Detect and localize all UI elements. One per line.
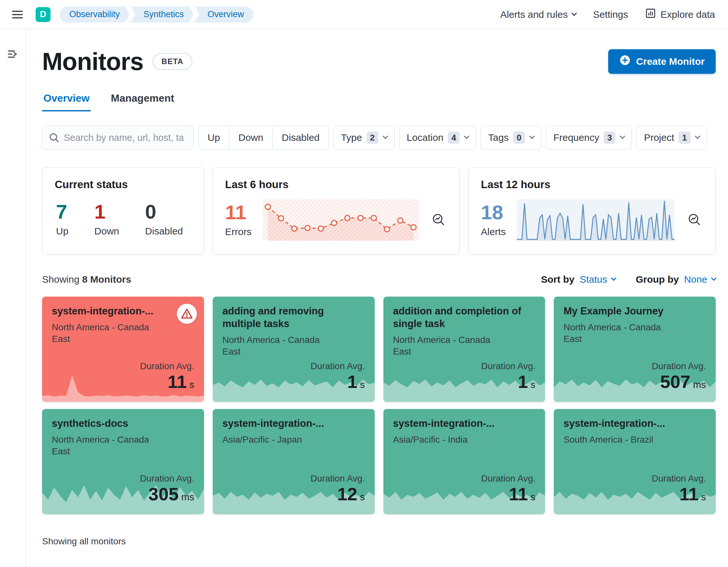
expand-sidebar-icon[interactable] — [7, 48, 19, 61]
tab-management[interactable]: Management — [109, 92, 176, 111]
menu-icon[interactable] — [10, 7, 25, 22]
duration-avg-label: Duration Avg. — [652, 361, 706, 371]
status-disabled-stat: 0 Disabled — [145, 202, 183, 237]
monitor-card[interactable]: system-integration-... Asia/Pacific - In… — [383, 409, 545, 514]
errors-label: Errors — [225, 226, 252, 237]
monitor-location: South America - Brazil — [563, 434, 670, 446]
filter-location-count-badge: 4 — [448, 131, 460, 144]
monitor-location: Asia/Pacific - Japan — [222, 434, 329, 446]
filter-down-button[interactable]: Down — [229, 126, 272, 149]
create-monitor-button[interactable]: Create Monitor — [608, 49, 716, 74]
filter-project[interactable]: Project 1 — [636, 126, 707, 150]
duration-unit: s — [360, 379, 365, 390]
filter-type-label: Type — [341, 132, 362, 143]
deployment-avatar[interactable]: D — [36, 7, 51, 22]
filter-frequency-label: Frequency — [553, 132, 599, 143]
monitor-card[interactable]: adding and removing multiple tasks North… — [213, 297, 375, 402]
explore-data-link[interactable]: Explore data — [645, 8, 715, 21]
duration-unit: s — [530, 492, 535, 502]
monitor-card[interactable]: system-integration-... Asia/Pacific - Ja… — [213, 409, 375, 514]
last-6-hours-panel: Last 6 hours 11 Errors — [212, 167, 460, 255]
settings-link[interactable]: Settings — [593, 9, 628, 20]
duration-avg-label: Duration Avg. — [311, 361, 365, 371]
filter-tags-count-badge: 0 — [513, 131, 525, 144]
panel-title: Current status — [55, 178, 191, 191]
duration-avg-label: Duration Avg. — [140, 473, 194, 484]
group-by-control: Group by None — [636, 274, 716, 285]
top-navigation-bar: D Observability Synthetics Overview Aler… — [0, 0, 728, 29]
monitor-location: North America - Canada East — [222, 334, 329, 358]
monitor-grid: system-integration-... North America - C… — [42, 297, 716, 514]
chevron-down-icon — [611, 275, 616, 281]
alerts-count: 18 — [481, 202, 506, 222]
monitor-name: synthetics-docs — [52, 417, 194, 430]
duration-avg-label: Duration Avg. — [481, 473, 536, 484]
filter-location[interactable]: Location 4 — [399, 126, 476, 150]
monitor-card[interactable]: addition and completion of single task N… — [383, 297, 545, 402]
up-label: Up — [56, 226, 68, 237]
chevron-down-icon — [529, 133, 535, 139]
monitor-location: North America - Canada East — [393, 334, 500, 358]
chevron-down-icon — [572, 10, 577, 16]
duration-avg-label: Duration Avg. — [481, 361, 536, 371]
monitor-card[interactable]: synthetics-docs North America - Canada E… — [42, 409, 204, 514]
filter-up-button[interactable]: Up — [199, 126, 229, 149]
inspect-alerts-icon[interactable] — [686, 211, 703, 229]
chevron-down-icon — [695, 133, 700, 139]
breadcrumb-observability[interactable]: Observability — [60, 6, 130, 23]
duration-avg-label: Duration Avg. — [652, 473, 706, 484]
errors-stat: 11 Errors — [225, 202, 252, 237]
alerts-and-rules-menu[interactable]: Alerts and rules — [500, 9, 576, 20]
duration-unit: ms — [181, 492, 194, 502]
sort-by-control: Sort by Status — [541, 274, 616, 285]
disabled-count: 0 — [145, 202, 183, 222]
page-title: Monitors — [42, 47, 143, 75]
filter-project-label: Project — [644, 132, 674, 143]
breadcrumb: Observability Synthetics Overview — [60, 6, 255, 23]
filter-type-count-badge: 2 — [367, 131, 378, 144]
tab-overview[interactable]: Overview — [42, 92, 91, 111]
duration-unit: ms — [693, 379, 706, 390]
inspect-errors-icon[interactable] — [430, 211, 447, 229]
disabled-label: Disabled — [145, 226, 183, 237]
search-input[interactable] — [42, 126, 194, 150]
monitor-name: system-integration-... — [52, 305, 194, 318]
monitor-card[interactable]: system-integration-... South America - B… — [554, 409, 716, 514]
duration-unit: s — [530, 379, 535, 390]
duration-value: 11 — [509, 484, 528, 504]
settings-label: Settings — [593, 9, 628, 20]
monitor-name: adding and removing multiple tasks — [222, 305, 365, 330]
status-up-stat: 7 Up — [56, 202, 68, 237]
duration-avg-label: Duration Avg. — [140, 361, 194, 371]
monitor-card[interactable]: system-integration-... North America - C… — [42, 297, 204, 402]
create-monitor-label: Create Monitor — [636, 56, 705, 67]
monitor-location: Asia/Pacific - India — [393, 434, 500, 446]
chevron-down-icon — [711, 275, 717, 281]
breadcrumb-overview[interactable]: Overview — [195, 6, 254, 23]
showing-all-monitors-note: Showing all monitors — [42, 536, 716, 547]
monitor-name: addition and completion of single task — [393, 305, 536, 330]
sort-by-dropdown[interactable]: Status — [580, 274, 616, 285]
down-alert-badge[interactable] — [177, 304, 197, 324]
filter-type[interactable]: Type 2 — [334, 126, 395, 150]
monitor-location: North America - Canada East — [52, 322, 159, 345]
monitor-card[interactable]: My Example Journey North America - Canad… — [554, 297, 716, 402]
explore-data-icon — [645, 8, 656, 21]
last-12-hours-panel: Last 12 hours 18 Alerts — [468, 167, 716, 255]
duration-value: 11 — [679, 484, 699, 504]
down-label: Down — [94, 226, 119, 237]
chevron-down-icon — [464, 133, 470, 139]
duration-unit: s — [701, 492, 706, 502]
filter-frequency[interactable]: Frequency 3 — [546, 126, 632, 150]
duration-avg-label: Duration Avg. — [311, 473, 365, 484]
errors-chart — [263, 199, 419, 241]
filter-project-count-badge: 1 — [679, 131, 690, 144]
breadcrumb-synthetics[interactable]: Synthetics — [131, 6, 194, 23]
status-filter-group: Up Down Disabled — [198, 126, 329, 150]
filter-disabled-button[interactable]: Disabled — [272, 126, 329, 149]
filter-tags[interactable]: Tags 0 — [481, 126, 541, 150]
filter-location-label: Location — [407, 132, 443, 143]
chevron-down-icon — [620, 133, 625, 139]
duration-value: 1 — [347, 371, 357, 392]
group-by-dropdown[interactable]: None — [684, 274, 716, 285]
